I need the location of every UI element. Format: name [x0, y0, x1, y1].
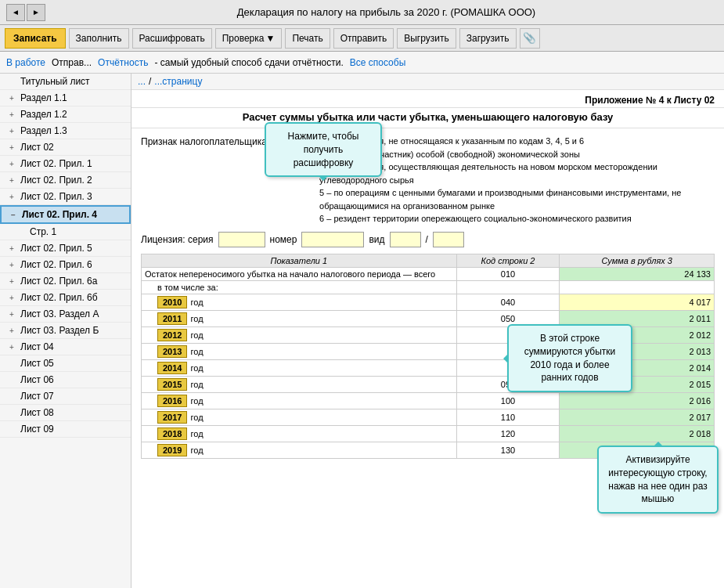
- year-unit: год: [190, 330, 203, 340]
- proverka-button[interactable]: Проверка ▼: [215, 28, 283, 49]
- proverka-arrow-icon: ▼: [265, 33, 275, 44]
- row-label: 2015год: [142, 376, 457, 392]
- year-button[interactable]: 2014: [157, 362, 187, 374]
- sidebar-item-titulny[interactable]: Титульный лист: [0, 74, 131, 90]
- row-code: 110: [456, 409, 560, 425]
- sidebar-item-list02pril4[interactable]: −Лист 02. Прил. 4: [0, 205, 131, 224]
- sidebar-item-label: Титульный лист: [20, 76, 90, 87]
- expand-icon: +: [9, 343, 17, 352]
- sidebar-item-list09[interactable]: Лист 09: [0, 421, 131, 438]
- row-value[interactable]: 24 133: [560, 267, 715, 280]
- sidebar-item-list02pril1[interactable]: +Лист 02. Прил. 1: [0, 156, 131, 172]
- sidebar-item-label: Лист 02. Прил. 6: [20, 259, 92, 270]
- sidebar-item-label: Лист 08: [20, 407, 54, 418]
- tooltip-sum-ubytki: В этой строке суммируются убытки 2010 го…: [507, 324, 632, 392]
- table-row[interactable]: в том числе за:: [142, 280, 715, 294]
- sidebar-item-list08[interactable]: Лист 08: [0, 405, 131, 421]
- sidebar-item-list03razB[interactable]: +Лист 03. Раздел Б: [0, 323, 131, 339]
- pechat-button[interactable]: Печать: [285, 28, 330, 49]
- expand-icon: +: [9, 176, 17, 185]
- sidebar-item-list02pril5[interactable]: +Лист 02. Прил. 5: [0, 240, 131, 257]
- sidebar-item-label: Лист 02. Прил. 6а: [20, 276, 97, 287]
- sidebar-item-label: Лист 02. Прил. 6б: [20, 292, 98, 303]
- attach-button[interactable]: 📎: [520, 28, 540, 49]
- sidebar-item-label: Лист 04: [20, 341, 54, 352]
- otpravit-button[interactable]: Отправить: [333, 28, 394, 49]
- forward-button[interactable]: ►: [27, 4, 45, 21]
- content-header: Приложение № 4 к Листу 02: [131, 90, 724, 108]
- row-value[interactable]: 4 017: [560, 294, 715, 310]
- sidebar-item-str1[interactable]: Стр. 1: [0, 224, 131, 240]
- year-button[interactable]: 2017: [157, 411, 187, 424]
- year-unit: год: [190, 429, 203, 438]
- license-vid-input[interactable]: [390, 232, 421, 247]
- sidebar-item-label: Раздел 1.1: [20, 92, 67, 103]
- zapisat-button[interactable]: Записать: [5, 28, 66, 49]
- year-button[interactable]: 2015: [157, 378, 187, 391]
- sidebar-item-list02pril6b[interactable]: +Лист 02. Прил. 6б: [0, 290, 131, 306]
- row-value[interactable]: 2 017: [560, 409, 715, 425]
- sidebar-item-list02pril3[interactable]: +Лист 02. Прил. 3: [0, 189, 131, 205]
- year-button[interactable]: 2010: [157, 296, 187, 308]
- table-row[interactable]: 2018год1202 018: [142, 425, 715, 442]
- table-row[interactable]: 2016год1002 016: [142, 392, 715, 409]
- otpravit-status: Отправ...: [52, 57, 92, 68]
- zagruzit-button[interactable]: Загрузить: [459, 28, 517, 49]
- sidebar-item-label: Лист 07: [20, 391, 54, 402]
- breadcrumb-link2[interactable]: ...страницу: [154, 76, 202, 87]
- year-button[interactable]: 2012: [157, 329, 187, 341]
- row-label: 2013год: [142, 343, 457, 359]
- sidebar-item-list07[interactable]: Лист 07: [0, 388, 131, 405]
- year-button[interactable]: 2013: [157, 345, 187, 358]
- year-unit: год: [190, 298, 203, 307]
- license-number-label: номер: [270, 234, 297, 245]
- sidebar-item-list05[interactable]: Лист 05: [0, 355, 131, 372]
- year-button[interactable]: 2019: [157, 444, 187, 456]
- zapolnit-button[interactable]: Заполнить: [69, 28, 129, 49]
- row-value[interactable]: [560, 280, 715, 294]
- otchetnost-link[interactable]: Отчётность: [98, 57, 148, 68]
- sidebar-item-list04[interactable]: +Лист 04: [0, 339, 131, 355]
- sidebar-item-list06[interactable]: Лист 06: [0, 372, 131, 388]
- vse-sposoby-link[interactable]: Все способы: [350, 57, 406, 68]
- row-label: 2017год: [142, 409, 457, 425]
- row-value[interactable]: 2 018: [560, 425, 715, 442]
- breadcrumb-link1[interactable]: ...: [138, 76, 146, 87]
- row-value[interactable]: 2 016: [560, 392, 715, 409]
- license-vid-label: вид: [369, 234, 384, 245]
- sidebar-item-razdel11[interactable]: +Раздел 1.1: [0, 90, 131, 106]
- vygruzit-button[interactable]: Выгрузить: [397, 28, 456, 49]
- license-slash: /: [426, 234, 428, 245]
- proverka-label: Проверка: [222, 33, 265, 44]
- expand-icon: +: [9, 294, 17, 302]
- year-button[interactable]: 2016: [157, 395, 187, 407]
- license-slash-input[interactable]: [433, 232, 464, 247]
- sidebar-item-razdel12[interactable]: +Раздел 1.2: [0, 106, 131, 123]
- v-rabote-link[interactable]: В работе: [6, 57, 45, 68]
- expand-icon: +: [9, 326, 17, 335]
- sidebar-item-list03razA[interactable]: +Лист 03. Раздел А: [0, 306, 131, 323]
- license-number-input[interactable]: [301, 232, 364, 247]
- rasshifrovat-button[interactable]: Расшифровать: [132, 28, 212, 49]
- breadcrumb-sep: /: [149, 76, 151, 87]
- row-code: 040: [456, 294, 560, 310]
- sidebar-item-list02pril6a[interactable]: +Лист 02. Прил. 6а: [0, 273, 131, 290]
- year-button[interactable]: 2011: [157, 312, 187, 325]
- content-area: ... / ...страницу Приложение № 4 к Листу…: [131, 74, 724, 588]
- sidebar-item-razdel13[interactable]: +Раздел 1.3: [0, 123, 131, 139]
- table-row[interactable]: 2017год1102 017: [142, 409, 715, 425]
- license-series-input[interactable]: [218, 232, 265, 247]
- expand-icon: +: [9, 310, 17, 319]
- table-row[interactable]: 2010год0404 017: [142, 294, 715, 310]
- year-button[interactable]: 2018: [157, 427, 187, 440]
- sidebar-item-list02[interactable]: +Лист 02: [0, 139, 131, 156]
- sidebar-item-list02pril2[interactable]: +Лист 02. Прил. 2: [0, 172, 131, 189]
- sidebar-item-label: Лист 02. Прил. 4: [22, 209, 97, 220]
- year-unit: год: [190, 347, 203, 356]
- row-label: в том числе за:: [142, 280, 457, 294]
- table-row[interactable]: Остаток непереносимого убытка на начало …: [142, 267, 715, 280]
- back-button[interactable]: ◄: [6, 4, 25, 21]
- expand-icon: +: [9, 94, 17, 103]
- sidebar-item-list02pril6[interactable]: +Лист 02. Прил. 6: [0, 257, 131, 273]
- expand-icon: −: [11, 211, 19, 219]
